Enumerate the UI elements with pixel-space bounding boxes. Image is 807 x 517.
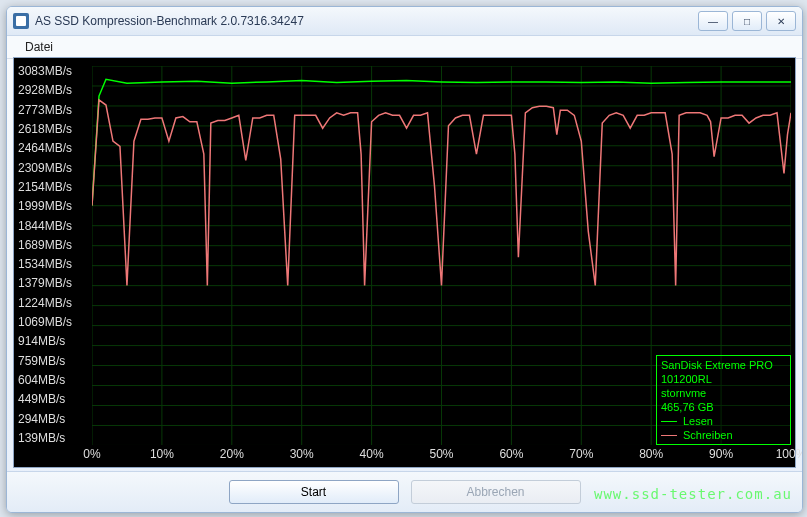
window-controls: — □ ✕ bbox=[698, 11, 796, 31]
legend-write-label: Schreiben bbox=[683, 428, 733, 442]
y-tick-label: 1224MB/s bbox=[14, 296, 92, 310]
close-button[interactable]: ✕ bbox=[766, 11, 796, 31]
y-tick-label: 759MB/s bbox=[14, 354, 92, 368]
y-tick-label: 2464MB/s bbox=[14, 141, 92, 155]
y-tick-label: 914MB/s bbox=[14, 334, 92, 348]
x-tick-label: 90% bbox=[709, 447, 733, 461]
y-tick-label: 2154MB/s bbox=[14, 180, 92, 194]
cancel-button: Abbrechen bbox=[411, 480, 581, 504]
chart-panel: 3083MB/s2928MB/s2773MB/s2618MB/s2464MB/s… bbox=[13, 57, 796, 468]
x-tick-label: 80% bbox=[639, 447, 663, 461]
x-tick-label: 60% bbox=[499, 447, 523, 461]
y-axis-labels: 3083MB/s2928MB/s2773MB/s2618MB/s2464MB/s… bbox=[14, 64, 92, 445]
x-tick-label: 100% bbox=[776, 447, 803, 461]
window-title: AS SSD Kompression-Benchmark 2.0.7316.34… bbox=[35, 14, 698, 28]
y-tick-label: 449MB/s bbox=[14, 392, 92, 406]
y-tick-label: 1689MB/s bbox=[14, 238, 92, 252]
y-tick-label: 2928MB/s bbox=[14, 83, 92, 97]
legend-read-swatch bbox=[661, 421, 677, 422]
y-tick-label: 1069MB/s bbox=[14, 315, 92, 329]
legend-device-1: SanDisk Extreme PRO bbox=[661, 358, 786, 372]
y-tick-label: 604MB/s bbox=[14, 373, 92, 387]
x-tick-label: 0% bbox=[83, 447, 100, 461]
x-tick-label: 10% bbox=[150, 447, 174, 461]
legend-write-row: Schreiben bbox=[661, 428, 786, 442]
legend-read-row: Lesen bbox=[661, 414, 786, 428]
menubar: Datei bbox=[7, 36, 802, 59]
y-tick-label: 294MB/s bbox=[14, 412, 92, 426]
y-tick-label: 1999MB/s bbox=[14, 199, 92, 213]
y-tick-label: 2618MB/s bbox=[14, 122, 92, 136]
maximize-button[interactable]: □ bbox=[732, 11, 762, 31]
y-tick-label: 1534MB/s bbox=[14, 257, 92, 271]
y-tick-label: 2309MB/s bbox=[14, 161, 92, 175]
y-tick-label: 1844MB/s bbox=[14, 219, 92, 233]
app-window: AS SSD Kompression-Benchmark 2.0.7316.34… bbox=[6, 6, 803, 513]
minimize-button[interactable]: — bbox=[698, 11, 728, 31]
button-bar: Start Abbrechen bbox=[7, 471, 802, 512]
legend-driver: stornvme bbox=[661, 386, 786, 400]
start-button[interactable]: Start bbox=[229, 480, 399, 504]
legend-device-2: 101200RL bbox=[661, 372, 786, 386]
y-tick-label: 139MB/s bbox=[14, 431, 92, 445]
titlebar[interactable]: AS SSD Kompression-Benchmark 2.0.7316.34… bbox=[7, 7, 802, 36]
x-tick-label: 70% bbox=[569, 447, 593, 461]
y-tick-label: 2773MB/s bbox=[14, 103, 92, 117]
x-tick-label: 20% bbox=[220, 447, 244, 461]
legend-capacity: 465,76 GB bbox=[661, 400, 786, 414]
y-tick-label: 3083MB/s bbox=[14, 64, 92, 78]
y-tick-label: 1379MB/s bbox=[14, 276, 92, 290]
x-tick-label: 40% bbox=[360, 447, 384, 461]
legend-box: SanDisk Extreme PRO 101200RL stornvme 46… bbox=[656, 355, 791, 445]
x-tick-label: 50% bbox=[429, 447, 453, 461]
legend-read-label: Lesen bbox=[683, 414, 713, 428]
legend-write-swatch bbox=[661, 435, 677, 436]
app-icon bbox=[13, 13, 29, 29]
x-tick-label: 30% bbox=[290, 447, 314, 461]
menu-file[interactable]: Datei bbox=[17, 38, 61, 56]
x-axis-labels: 0%10%20%30%40%50%60%70%80%90%100% bbox=[92, 447, 791, 465]
